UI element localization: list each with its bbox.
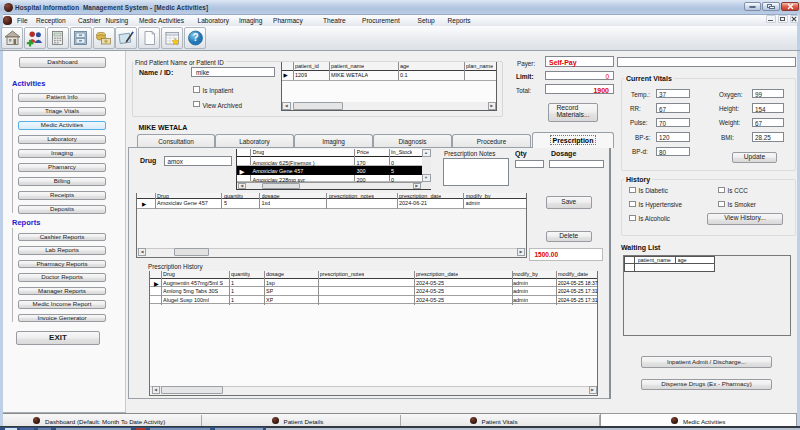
- svg-text:?: ?: [192, 32, 198, 43]
